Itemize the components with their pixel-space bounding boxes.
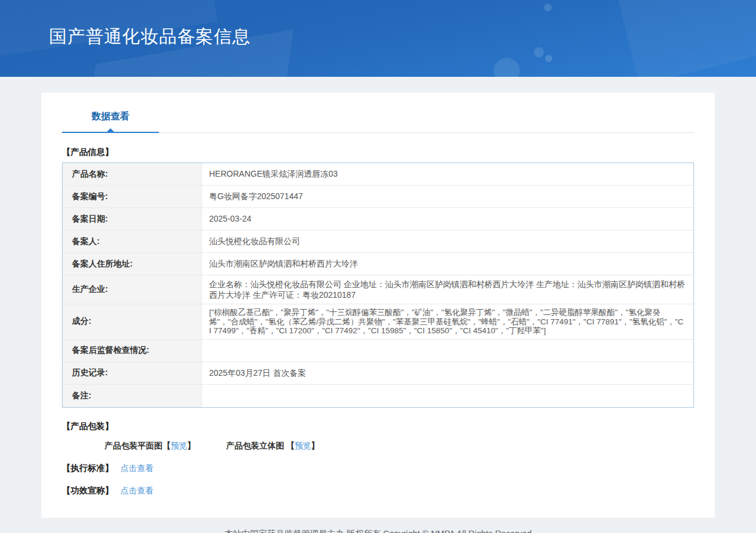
packaging-flat-preview-link[interactable]: 预览 [171, 441, 187, 450]
table-row-supervision-check: 备案后监督检查情况: [63, 340, 693, 362]
content-card: 数据查看 【产品信息】 产品名称: HERORANGE镜采炫泽润透唇冻03 备案… [41, 93, 715, 518]
tab-bar: 数据查看 [62, 93, 694, 133]
row-label: 历史记录: [63, 362, 202, 384]
efficacy-line: 【功效宣称】点击查看 [62, 485, 694, 496]
table-row-registration-date: 备案日期: 2025-03-24 [63, 208, 693, 230]
row-value: 2025年03月27日 首次备案 [202, 362, 693, 384]
packaging-flat-label: 产品包装平面图 [105, 441, 162, 450]
row-value [202, 385, 693, 407]
row-label: 产品名称: [63, 163, 202, 185]
efficacy-view-link[interactable]: 点击查看 [120, 486, 154, 495]
tab-active-indicator-icon [107, 128, 114, 132]
row-label: 备案日期: [63, 208, 202, 230]
row-label: 备案后监督检查情况: [63, 340, 202, 362]
copyright-text: 本站由国家药品监督管理局主办 版权所有 Copyright © NMPA All… [224, 529, 532, 533]
row-label: 成分: [63, 304, 202, 339]
packaging-stereo-label: 产品包装立体图 [226, 441, 286, 450]
row-value: 汕头悦橙化妆品有限公司 [202, 230, 693, 252]
row-label: 备案编号: [63, 186, 202, 207]
tab-data-view-label: 数据查看 [92, 111, 129, 121]
row-label: 备注: [63, 385, 202, 407]
page-footer: 本站由国家药品监督管理局主办 版权所有 Copyright © NMPA All… [0, 525, 756, 533]
row-value: 企业名称：汕头悦橙化妆品有限公司 企业地址：汕头市潮南区胪岗镇泗和村桥西片大坽洋… [202, 275, 693, 304]
table-row-manufacturer: 生产企业: 企业名称：汕头悦橙化妆品有限公司 企业地址：汕头市潮南区胪岗镇泗和村… [63, 275, 693, 304]
page-title: 国产普通化妆品备案信息 [0, 0, 756, 49]
row-value: HERORANGE镜采炫泽润透唇冻03 [202, 163, 693, 185]
table-row-ingredients: 成分: ["棕榈酸乙基己酯"，"聚异丁烯"，"十三烷醇偏苯三酸酯"，"矿油"，"… [63, 304, 693, 340]
packaging-stereo-preview-link[interactable]: 预览 [295, 441, 311, 450]
row-value: 粤G妆网备字2025071447 [202, 186, 693, 207]
standard-section-title: 【执行标准】 [62, 463, 113, 473]
packaging-stereo-item: 产品包装立体图 【预览】 [226, 441, 320, 451]
table-row-history: 历史记录: 2025年03月27日 首次备案 [63, 362, 693, 385]
tab-data-view[interactable]: 数据查看 [62, 110, 159, 133]
bracket-close: 】 [311, 441, 320, 450]
product-info-table: 产品名称: HERORANGE镜采炫泽润透唇冻03 备案编号: 粤G妆网备字20… [62, 162, 694, 408]
table-row-registration-number: 备案编号: 粤G妆网备字2025071447 [63, 186, 693, 208]
table-row-registrant: 备案人: 汕头悦橙化妆品有限公司 [63, 230, 693, 253]
row-value: 汕头市潮南区胪岗镇泗和村桥西片大坽洋 [202, 253, 693, 275]
efficacy-section-title: 【功效宣称】 [62, 486, 113, 495]
row-value [202, 340, 693, 362]
row-label: 备案人: [63, 230, 202, 252]
row-label: 生产企业: [63, 275, 202, 304]
packaging-preview-line: 产品包装平面图【预览】 产品包装立体图 【预览】 [105, 441, 694, 451]
packaging-section-title: 【产品包装】 [62, 421, 694, 432]
banner-circle-decoration [545, 55, 552, 62]
bracket-open: 【 [286, 441, 295, 450]
page-header: 国产普通化妆品备案信息 [0, 0, 756, 77]
standard-view-link[interactable]: 点击查看 [120, 463, 154, 473]
packaging-flat-item: 产品包装平面图【预览】 [105, 441, 195, 451]
row-value: ["棕榈酸乙基己酯"，"聚异丁烯"，"十三烷醇偏苯三酸酯"，"矿油"，"氢化聚异… [202, 304, 693, 339]
table-row-registrant-address: 备案人住所地址: 汕头市潮南区胪岗镇泗和村桥西片大坽洋 [63, 253, 693, 275]
banner-circle-decoration [494, 58, 520, 77]
standard-line: 【执行标准】点击查看 [62, 463, 694, 474]
bracket-close: 】 [187, 441, 195, 450]
table-row-remarks: 备注: [63, 385, 693, 407]
product-info-section-title: 【产品信息】 [62, 147, 694, 158]
row-label: 备案人住所地址: [63, 253, 202, 275]
table-row-product-name: 产品名称: HERORANGE镜采炫泽润透唇冻03 [63, 163, 693, 186]
row-value: 2025-03-24 [202, 208, 693, 230]
bracket-open: 【 [162, 441, 171, 450]
